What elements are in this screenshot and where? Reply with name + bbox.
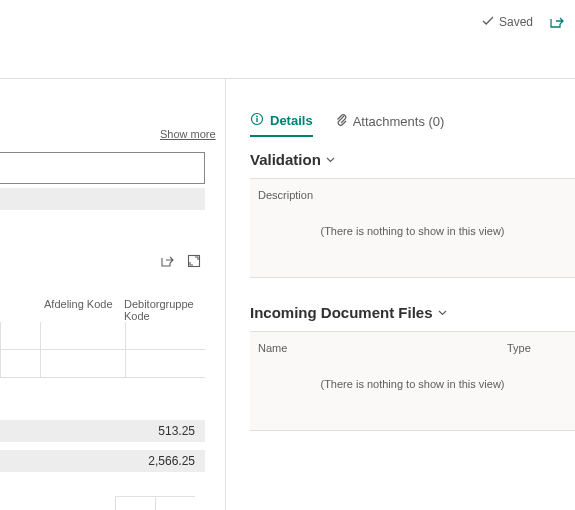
top-bar: Saved: [0, 0, 575, 44]
svg-point-2: [256, 116, 258, 118]
tab-label: Details: [270, 113, 313, 128]
tab-details[interactable]: Details: [250, 112, 313, 137]
grid-column-headers: ssigned Afdeling Kode Debitorgruppe Kode: [0, 296, 205, 324]
footer-cells: [115, 496, 195, 510]
readonly-field: [0, 188, 205, 210]
column-header[interactable]: Debitorgruppe Kode: [120, 296, 205, 324]
chevron-down-icon: [437, 304, 448, 321]
column-header[interactable]: Type: [507, 342, 567, 354]
column-header[interactable]: Name: [258, 342, 507, 354]
files-list: Name Type (There is nothing to show in t…: [250, 331, 575, 431]
section-files-header[interactable]: Incoming Document Files: [250, 304, 575, 321]
total-row: 2,566.25: [0, 450, 205, 472]
validation-list: Description (There is nothing to show in…: [250, 178, 575, 278]
attachment-icon: [335, 113, 347, 130]
divider: [0, 78, 575, 79]
row-actions: [160, 254, 201, 268]
vertical-divider: [225, 78, 226, 510]
check-icon: [482, 15, 494, 30]
totals: 513.25 2,566.25: [0, 420, 205, 472]
tab-bar: Details Attachments (0): [250, 112, 575, 137]
chevron-down-icon: [325, 151, 336, 168]
empty-message: (There is nothing to show in this view): [258, 378, 567, 390]
total-row: 513.25: [0, 420, 205, 442]
svg-rect-3: [256, 118, 257, 122]
saved-status: Saved: [482, 15, 533, 30]
tab-label: Attachments (0): [353, 114, 445, 129]
text-input[interactable]: [0, 152, 205, 184]
section-validation-header[interactable]: Validation: [250, 151, 575, 168]
saved-label: Saved: [499, 15, 533, 29]
expand-row-icon[interactable]: [187, 254, 201, 268]
column-header[interactable]: Afdeling Kode: [40, 296, 120, 324]
detail-panel: Details Attachments (0) Validation Descr…: [250, 112, 575, 510]
tab-attachments[interactable]: Attachments (0): [335, 113, 445, 136]
info-icon: [250, 112, 264, 129]
section-title-text: Incoming Document Files: [250, 304, 433, 321]
share-row-icon[interactable]: [160, 254, 175, 268]
show-more-link[interactable]: Show more: [160, 128, 216, 140]
empty-message: (There is nothing to show in this view): [258, 225, 567, 237]
table-row[interactable]: [0, 322, 205, 350]
table-row[interactable]: [0, 350, 205, 378]
column-header[interactable]: Description: [258, 189, 313, 201]
grid-rows: [0, 322, 205, 378]
share-icon[interactable]: [549, 15, 565, 29]
section-title-text: Validation: [250, 151, 321, 168]
